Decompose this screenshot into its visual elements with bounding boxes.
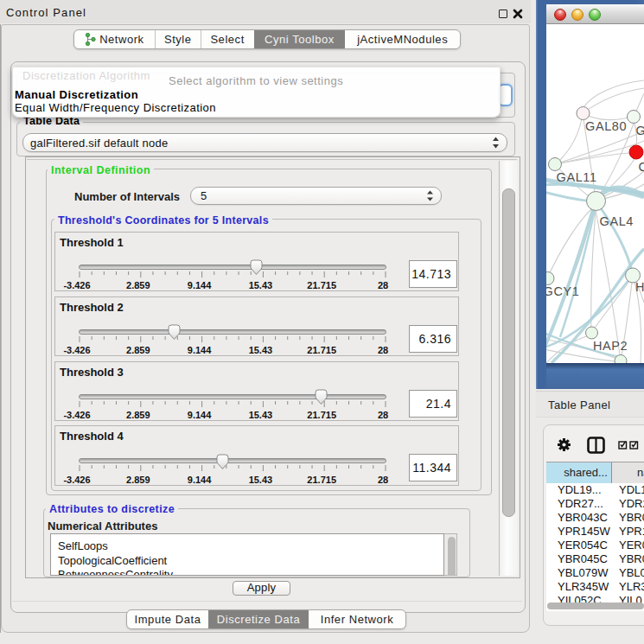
- svg-text:GAL11: GAL11: [557, 170, 597, 184]
- svg-text:GAL4: GAL4: [600, 214, 634, 228]
- svg-text:HAP2: HAP2: [593, 339, 628, 353]
- svg-text:HA: HA: [635, 280, 644, 294]
- svg-text:GA: GA: [636, 124, 644, 137]
- svg-text:GAL80: GAL80: [585, 119, 627, 133]
- svg-text:GCY1: GCY1: [546, 284, 579, 298]
- svg-text:C: C: [639, 160, 644, 174]
